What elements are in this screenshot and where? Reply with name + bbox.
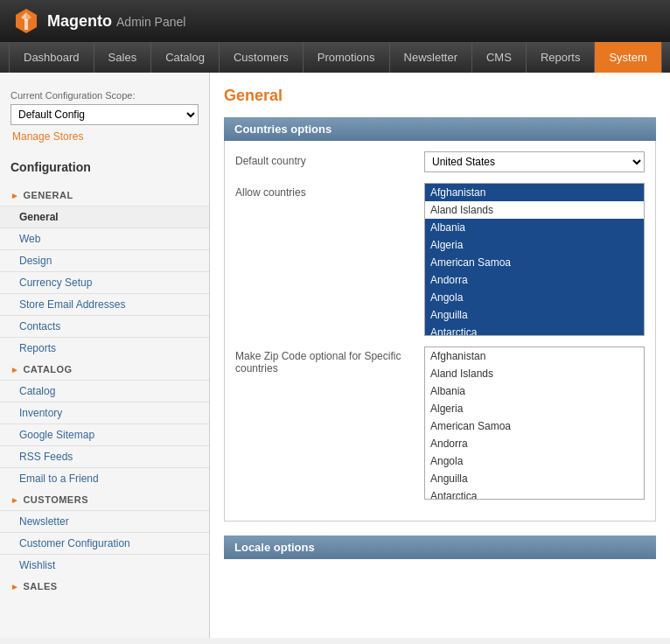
sidebar-item-store-email[interactable]: Store Email Addresses: [0, 293, 209, 315]
app-header: Magento Admin Panel: [0, 0, 670, 42]
logo: Magento Admin Panel: [12, 7, 185, 35]
sidebar-section-sales[interactable]: ► SALES: [0, 576, 209, 597]
locale-options-section: Locale options: [224, 536, 656, 559]
sidebar-item-google-sitemap[interactable]: Google Sitemap: [0, 424, 209, 445]
sidebar-configuration-title: Configuration: [0, 153, 209, 185]
nav-item-reports[interactable]: Reports: [527, 42, 596, 73]
sidebar-item-customer-config[interactable]: Customer Configuration: [0, 532, 209, 554]
default-country-row: Default country United States: [235, 151, 645, 172]
sidebar-item-inventory[interactable]: Inventory: [0, 402, 209, 424]
sidebar-item-design[interactable]: Design: [0, 249, 209, 271]
sidebar-section-customers-label: CUSTOMERS: [23, 494, 88, 505]
list-item[interactable]: Angola: [425, 452, 644, 470]
chevron-right-icon: ►: [10, 365, 19, 374]
sidebar-item-reports[interactable]: Reports: [0, 337, 209, 359]
chevron-right-icon: ►: [10, 582, 19, 592]
default-country-control: United States: [424, 151, 645, 172]
nav-item-sales[interactable]: Sales: [94, 42, 152, 73]
sidebar-item-general[interactable]: General: [0, 206, 209, 228]
sidebar-section-catalog-label: CATALOG: [23, 364, 72, 374]
sidebar-section-general-label: GENERAL: [23, 190, 73, 200]
list-item[interactable]: Algeria: [425, 236, 644, 254]
list-item[interactable]: Albania: [425, 219, 644, 236]
sidebar-item-email-friend[interactable]: Email to a Friend: [0, 467, 209, 489]
countries-options-section: Countries options Default country United…: [224, 117, 656, 522]
list-item[interactable]: American Samoa: [425, 254, 644, 271]
chevron-right-icon: ►: [10, 191, 19, 200]
page-title: General: [224, 87, 656, 105]
logo-text: Magento Admin Panel: [47, 12, 185, 31]
main-nav: Dashboard Sales Catalog Customers Promot…: [0, 42, 670, 73]
sidebar: Current Configuration Scope: Default Con…: [0, 73, 210, 638]
magento-logo-icon: [12, 7, 40, 35]
list-item[interactable]: Andorra: [425, 435, 644, 452]
list-item[interactable]: American Samoa: [425, 417, 644, 435]
allow-countries-row: Allow countries Afghanistan Aland Island…: [235, 183, 645, 336]
sidebar-section-sales-label: SALES: [23, 581, 57, 592]
zip-countries-control: Afghanistan Aland Islands Albania Algeri…: [424, 346, 645, 500]
sidebar-section-customers[interactable]: ► CUSTOMERS: [0, 489, 209, 510]
locale-section-bar: Locale options: [224, 536, 656, 559]
zip-code-row: Make Zip Code optional for Specific coun…: [235, 346, 645, 500]
sidebar-section-catalog[interactable]: ► CATALOG: [0, 359, 209, 380]
main-container: Current Configuration Scope: Default Con…: [0, 73, 670, 638]
nav-item-dashboard[interactable]: Dashboard: [9, 42, 94, 73]
svg-rect-3: [24, 19, 28, 30]
list-item[interactable]: Aland Islands: [425, 365, 644, 382]
zip-code-label: Make Zip Code optional for Specific coun…: [235, 346, 410, 374]
list-item[interactable]: Albania: [425, 382, 644, 400]
sidebar-item-contacts[interactable]: Contacts: [0, 315, 209, 337]
list-item[interactable]: Afghanistan: [425, 184, 644, 201]
nav-item-newsletter[interactable]: Newsletter: [390, 42, 472, 73]
sidebar-item-newsletter[interactable]: Newsletter: [0, 510, 209, 532]
sidebar-item-rss-feeds[interactable]: RSS Feeds: [0, 445, 209, 467]
content-area: General Countries options Default countr…: [210, 73, 670, 638]
sidebar-item-wishlist[interactable]: Wishlist: [0, 554, 209, 576]
zip-countries-list[interactable]: Afghanistan Aland Islands Albania Algeri…: [424, 346, 645, 500]
nav-item-system[interactable]: System: [595, 42, 661, 73]
chevron-right-icon: ►: [10, 495, 19, 505]
scope-section: Current Configuration Scope: Default Con…: [0, 83, 209, 153]
allow-countries-list[interactable]: Afghanistan Aland Islands Albania Algeri…: [424, 183, 645, 336]
nav-item-catalog[interactable]: Catalog: [151, 42, 220, 73]
sidebar-item-web[interactable]: Web: [0, 228, 209, 249]
default-country-label: Default country: [235, 151, 410, 167]
manage-stores-link[interactable]: Manage Stores: [10, 130, 199, 143]
list-item[interactable]: Aland Islands: [425, 201, 644, 219]
nav-item-customers[interactable]: Customers: [220, 42, 304, 73]
sidebar-item-catalog[interactable]: Catalog: [0, 380, 209, 402]
countries-section-bar: Countries options: [224, 117, 656, 141]
list-item[interactable]: Algeria: [425, 400, 644, 417]
list-item[interactable]: Angola: [425, 289, 644, 306]
nav-item-cms[interactable]: CMS: [472, 42, 527, 73]
scope-select[interactable]: Default Config: [10, 104, 199, 125]
list-item[interactable]: Antarctica: [425, 487, 644, 500]
list-item[interactable]: Afghanistan: [425, 347, 644, 365]
logo-subtext: Admin Panel: [116, 15, 185, 29]
list-item[interactable]: Anguilla: [425, 470, 644, 487]
list-item[interactable]: Antarctica: [425, 324, 644, 336]
default-country-select[interactable]: United States: [424, 151, 645, 172]
countries-section-content: Default country United States Allow coun…: [224, 141, 656, 522]
list-item[interactable]: Anguilla: [425, 306, 644, 324]
list-item[interactable]: Andorra: [425, 271, 644, 289]
nav-item-promotions[interactable]: Promotions: [304, 42, 390, 73]
allow-countries-control: Afghanistan Aland Islands Albania Algeri…: [424, 183, 645, 336]
sidebar-item-currency-setup[interactable]: Currency Setup: [0, 271, 209, 293]
sidebar-section-general[interactable]: ► GENERAL: [0, 185, 209, 206]
scope-label: Current Configuration Scope:: [10, 90, 199, 101]
allow-countries-label: Allow countries: [235, 183, 410, 199]
